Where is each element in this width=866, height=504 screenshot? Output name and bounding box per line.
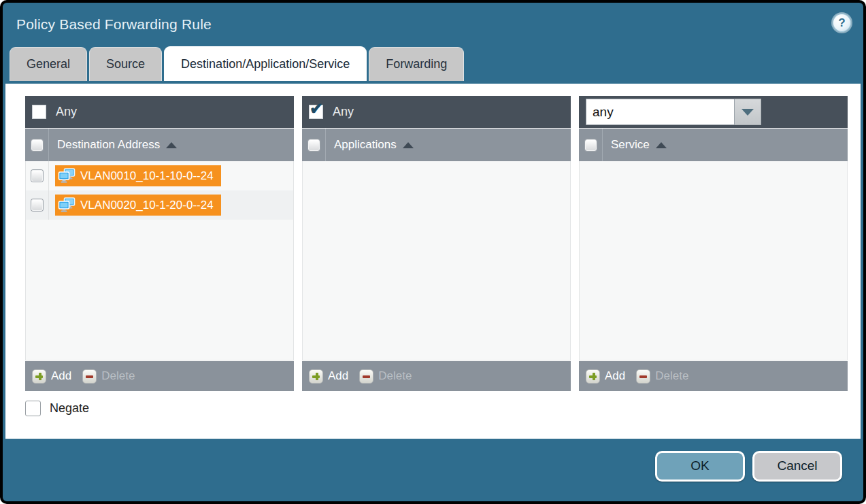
row-checkbox[interactable] [31,170,43,182]
applications-any-bar: ✔ Any [302,96,571,128]
negate-checkbox[interactable] [25,401,41,416]
applications-list [302,161,571,360]
dialog-title: Policy Based Forwarding Rule [16,16,212,33]
plus-icon [309,369,323,384]
applications-header-checkbox[interactable] [308,139,320,151]
applications-header[interactable]: Applications [302,129,571,161]
destination-any-bar: Any [25,96,294,128]
checkmark-icon: ✔ [310,101,323,117]
negate-label: Negate [50,401,89,416]
applications-column: ✔ Any Applications Add [302,96,571,391]
service-header-label: Service [611,138,650,152]
plus-icon [586,369,600,384]
cancel-button[interactable]: Cancel [752,451,842,482]
header-divider [602,129,603,161]
header-divider [48,129,49,161]
destination-header-label: Destination Address [57,138,160,152]
row-checkbox-cell [26,161,49,190]
header-checkbox-cell [579,129,602,161]
tab-content: Any Destination Address [5,84,861,439]
service-header[interactable]: Service [579,129,848,161]
row-checkbox[interactable] [31,199,43,211]
tab-source[interactable]: Source [89,47,162,81]
minus-icon [82,369,97,384]
tab-general[interactable]: General [10,47,87,81]
add-label: Add [328,369,348,383]
delete-label: Delete [655,369,688,383]
header-checkbox-cell [25,129,48,161]
add-label: Add [51,369,71,383]
service-list [579,161,848,360]
delete-destination-button[interactable]: Delete [82,369,135,384]
tab-bar: General Source Destination/Application/S… [3,46,863,81]
header-checkbox-cell [302,129,325,161]
applications-any-label: Any [333,105,354,119]
title-bar: Policy Based Forwarding Rule ? [3,3,863,46]
destination-address-list: VLAN0010_10-1-10-0--24 VLAN0020_10-1-20-… [25,161,294,360]
chevron-down-icon [742,109,754,116]
service-type-value[interactable]: any [586,99,735,125]
minus-icon [359,369,373,384]
sort-ascending-icon [166,142,177,148]
destination-any-label: Any [56,105,77,119]
destination-address-column: Any Destination Address [25,96,294,391]
address-icon [58,197,76,214]
add-application-button[interactable]: Add [309,369,348,384]
service-column: any Service [579,96,848,391]
service-type-dropdown[interactable]: any [586,99,761,125]
table-row: VLAN0010_10-1-10-0--24 [26,161,293,190]
add-label: Add [605,369,625,383]
help-icon[interactable]: ? [833,14,851,32]
table-row: VLAN0020_10-1-20-0--24 [26,190,293,220]
minus-icon [636,369,650,384]
policy-based-forwarding-dialog: Policy Based Forwarding Rule ? General S… [0,0,866,504]
address-object[interactable]: VLAN0010_10-1-10-0--24 [55,165,221,186]
tab-forwarding[interactable]: Forwarding [369,47,464,81]
columns-container: Any Destination Address [25,96,861,391]
header-divider [325,129,326,161]
delete-label: Delete [101,369,135,383]
address-object-label: VLAN0010_10-1-10-0--24 [80,169,214,183]
dialog-footer: OK Cancel [5,433,861,499]
add-service-button[interactable]: Add [586,369,625,384]
address-object-label: VLAN0020_10-1-20-0--24 [80,199,214,212]
destination-address-header[interactable]: Destination Address [25,129,294,161]
service-toolbar: Add Delete [579,361,848,391]
applications-header-label: Applications [334,138,397,152]
address-icon [58,168,76,184]
service-header-checkbox[interactable] [585,139,597,151]
delete-service-button[interactable]: Delete [636,369,688,384]
row-checkbox-cell [26,190,49,220]
destination-header-checkbox[interactable] [31,139,43,151]
plus-icon [32,369,46,384]
destination-toolbar: Add Delete [25,361,294,391]
ok-button[interactable]: OK [655,451,745,482]
sort-ascending-icon [403,142,414,148]
address-object[interactable]: VLAN0020_10-1-20-0--24 [55,195,221,216]
negate-row: Negate [25,401,861,416]
delete-label: Delete [378,369,412,383]
applications-toolbar: Add Delete [302,361,571,391]
delete-application-button[interactable]: Delete [359,369,412,384]
dropdown-button[interactable] [735,99,761,125]
applications-any-checkbox[interactable]: ✔ [309,105,323,119]
destination-any-checkbox[interactable] [32,105,46,119]
add-destination-button[interactable]: Add [32,369,71,384]
sort-ascending-icon [656,142,667,148]
tab-destination-application-service[interactable]: Destination/Application/Service [164,46,367,81]
service-dropdown-bar: any [579,96,848,128]
